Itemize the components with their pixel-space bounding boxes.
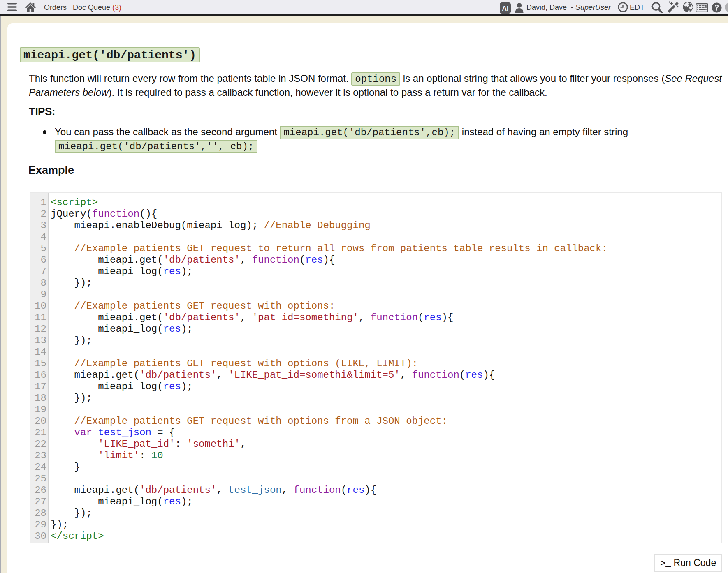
svg-text:AI: AI [502, 5, 509, 12]
